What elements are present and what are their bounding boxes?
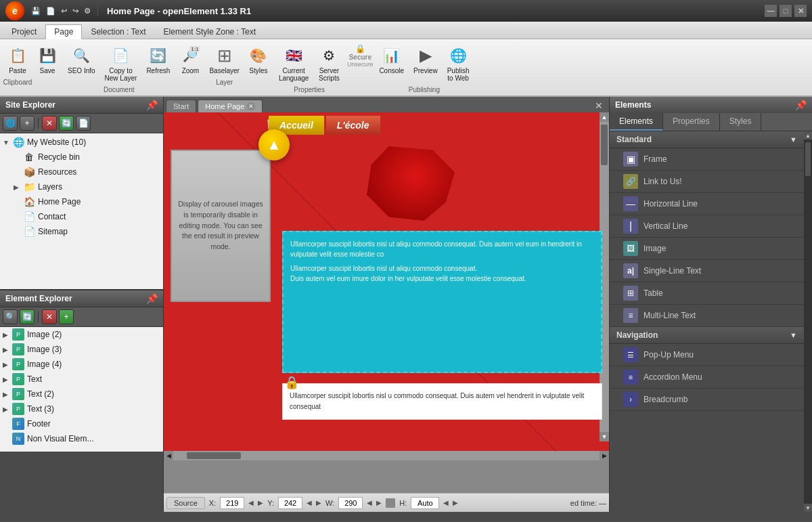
elem-image-4[interactable]: ▶ P Image (4) <box>0 357 163 372</box>
toolbar-mini-btn3[interactable]: ↩ <box>60 7 68 16</box>
elem-accordion-menu[interactable]: ≡ Accordion Menu <box>610 366 804 389</box>
elem-single-line-text[interactable]: a| Single-Line Text <box>610 260 804 282</box>
elem-image-3[interactable]: ▶ P Image (3) <box>0 342 163 357</box>
scroll-right-btn[interactable]: ▶ <box>600 451 609 460</box>
explorer-copy-btn[interactable]: 📄 <box>76 116 91 131</box>
right-pin-icon[interactable]: 📌 <box>795 100 807 110</box>
tree-layers[interactable]: ▶ 📁 Layers <box>0 179 163 194</box>
elem-link-to-us[interactable]: 🔗 Link to Us! <box>610 171 804 193</box>
pin-icon-2[interactable]: 📌 <box>146 293 158 304</box>
tree-recycle[interactable]: 🗑 Recycle bin <box>0 150 163 165</box>
rp-scroll-down[interactable]: ▼ <box>804 504 812 512</box>
w-up-arrow[interactable]: ◀ <box>367 499 372 506</box>
toolbar-mini-btn[interactable]: 💾 <box>30 7 42 16</box>
scroll-down-btn[interactable]: ▼ <box>600 432 609 441</box>
server-scripts-button[interactable]: ⚙ Server Scripts <box>314 42 344 85</box>
h-scrollbar[interactable]: ◀ ▶ <box>164 451 609 460</box>
x-up-arrow[interactable]: ◀ <box>248 499 254 506</box>
source-tab[interactable]: Source <box>166 497 205 509</box>
elem-text-2[interactable]: ▶ P Text (2) <box>0 387 163 401</box>
clipboard-label: Clipboard <box>3 77 32 88</box>
toolbar-mini-btn4[interactable]: ↪ <box>71 7 80 16</box>
tree-website[interactable]: ▼ 🌐 My Website (10) <box>0 135 163 150</box>
tab-element-style[interactable]: Element Style Zone : Text <box>155 24 265 39</box>
elem-table[interactable]: ⊞ Table <box>610 282 804 305</box>
tree-home-page[interactable]: 🏠 Home Page <box>0 194 163 209</box>
elem-breadcrumb[interactable]: › Breadcrumb <box>610 389 804 411</box>
restore-button[interactable]: □ <box>780 5 792 17</box>
h-up-arrow[interactable]: ◀ <box>443 499 449 506</box>
publish-web-button[interactable]: 🌐 Publish to Web <box>443 42 474 85</box>
elem-vertical-line[interactable]: | Vertical Line <box>610 215 804 238</box>
canvas-close-btn[interactable]: ✕ <box>591 99 607 112</box>
standard-section-header[interactable]: Standard ▼ <box>610 131 804 148</box>
y-input[interactable] <box>278 497 302 509</box>
toolbar-mini-btn5[interactable]: ⚙ <box>83 7 92 16</box>
x-input[interactable] <box>220 497 244 509</box>
explorer-add-btn[interactable]: + <box>20 116 35 131</box>
styles-button[interactable]: 🎨 Styles <box>244 42 273 77</box>
nav-accueil-label: Accueil <box>279 120 313 131</box>
right-panel-scrollbar[interactable]: ▲ ▼ <box>804 131 812 512</box>
zoom-button[interactable]: 🔎 1:1 Zoom <box>175 42 205 77</box>
scroll-left-btn[interactable]: ◀ <box>164 451 173 460</box>
secure-button[interactable]: 🔒 Secure Unsecure <box>345 42 375 69</box>
minimize-button[interactable]: — <box>765 5 777 17</box>
tab-selection[interactable]: Selection : Text <box>82 24 154 39</box>
tree-contact[interactable]: 📄 Contact <box>0 209 163 224</box>
elem-image-right[interactable]: 🖼 Image <box>610 238 804 260</box>
console-label: Console <box>379 67 404 74</box>
paste-button[interactable]: 📋 Paste <box>3 42 32 77</box>
rp-tab-properties[interactable]: Properties <box>663 113 720 131</box>
x-down-arrow[interactable]: ▶ <box>258 499 263 506</box>
scroll-up-btn[interactable]: ▲ <box>600 112 609 122</box>
tab-page[interactable]: Page <box>45 24 82 39</box>
elem-add-btn[interactable]: + <box>59 309 74 324</box>
copy-to-new-layer-button[interactable]: 📄 Copy to New Layer <box>101 42 141 85</box>
w-input[interactable] <box>338 497 363 509</box>
tree-sitemap[interactable]: 📄 Sitemap <box>0 224 163 239</box>
elem-arrow-img3: ▶ <box>3 346 12 353</box>
y-down-arrow[interactable]: ▶ <box>316 499 321 506</box>
elem-del-btn[interactable]: ✕ <box>42 309 57 324</box>
canvas-viewport[interactable]: Accueil L'école ▲ Display of carousel im… <box>164 112 609 493</box>
h-input[interactable] <box>411 497 439 509</box>
h-down-arrow[interactable]: ▶ <box>453 499 458 506</box>
rp-tab-elements[interactable]: Elements <box>610 113 663 131</box>
seo-button[interactable]: 🔍 SEO Info <box>64 42 99 77</box>
baselayer-button[interactable]: ⊞ Baselayer <box>205 42 243 77</box>
elem-text[interactable]: ▶ P Text <box>0 372 163 387</box>
tree-resources[interactable]: 📦 Resources <box>0 165 163 179</box>
console-button[interactable]: 📊 Console <box>375 42 408 77</box>
toolbar-mini-btn2[interactable]: 📄 <box>45 7 57 16</box>
rp-tab-styles[interactable]: Styles <box>720 113 762 131</box>
preview-button[interactable]: ▶ Preview <box>409 42 442 77</box>
explorer-home-btn[interactable]: 🌐 <box>3 116 18 131</box>
white-block: Ullamcorper suscipit lobortis nisl u com… <box>282 383 602 420</box>
rp-scroll-up[interactable]: ▲ <box>804 131 812 139</box>
close-tab-icon[interactable]: ✕ <box>247 102 255 110</box>
y-up-arrow[interactable]: ◀ <box>307 499 312 506</box>
pin-icon[interactable]: 📌 <box>146 100 158 110</box>
elem-text-3[interactable]: ▶ P Text (3) <box>0 401 163 416</box>
elem-non-visual[interactable]: N Non Visual Elem... <box>0 431 163 446</box>
explorer-del-btn[interactable]: ✕ <box>42 116 57 131</box>
tab-project[interactable]: Project <box>3 24 45 39</box>
close-button[interactable]: ✕ <box>794 5 807 17</box>
refresh-button[interactable]: 🔄 Refresh <box>142 42 174 77</box>
elem-popup-menu[interactable]: ☰ Pop-Up Menu <box>610 344 804 366</box>
elem-image-2[interactable]: ▶ P Image (2) <box>0 327 163 342</box>
navigation-section-header[interactable]: Navigation ▼ <box>610 327 804 344</box>
save-button[interactable]: 💾 Save <box>32 42 62 77</box>
canvas-tab-home-page[interactable]: Home Page ✕ <box>198 100 263 112</box>
elem-frame[interactable]: ▣ Frame <box>610 148 804 171</box>
elem-multi-line-text[interactable]: ≡ Multi-Line Text <box>610 305 804 327</box>
elem-footer[interactable]: F Footer <box>0 416 163 431</box>
explorer-refresh-btn[interactable]: 🔄 <box>59 116 74 131</box>
w-down-arrow[interactable]: ▶ <box>376 499 382 506</box>
elem-search-btn[interactable]: 🔍 <box>3 309 18 324</box>
canvas-tab-start[interactable]: Start <box>166 100 196 112</box>
elem-refresh-btn[interactable]: 🔄 <box>20 309 35 324</box>
current-language-button[interactable]: 🇬🇧 Current Language <box>275 42 313 85</box>
elem-horizontal-line[interactable]: — Horizontal Line <box>610 193 804 215</box>
